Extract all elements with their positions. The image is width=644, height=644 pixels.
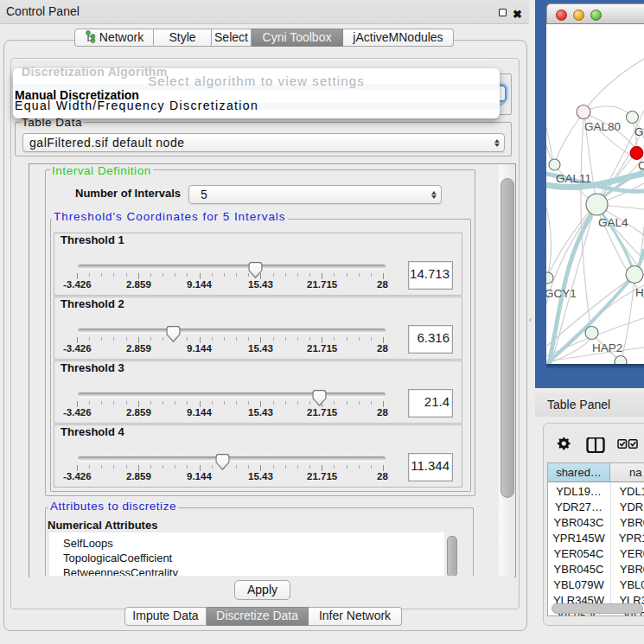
svg-text:GAL80: GAL80 <box>584 120 621 133</box>
svg-text:GAL4: GAL4 <box>598 216 628 229</box>
svg-text:GAL11: GAL11 <box>556 172 591 185</box>
svg-text:GCY1: GCY1 <box>546 287 577 300</box>
svg-text:H: H <box>635 286 644 299</box>
svg-text:HAP2: HAP2 <box>592 341 622 354</box>
svg-text:G.: G. <box>634 125 644 138</box>
svg-text:C: C <box>638 159 644 172</box>
